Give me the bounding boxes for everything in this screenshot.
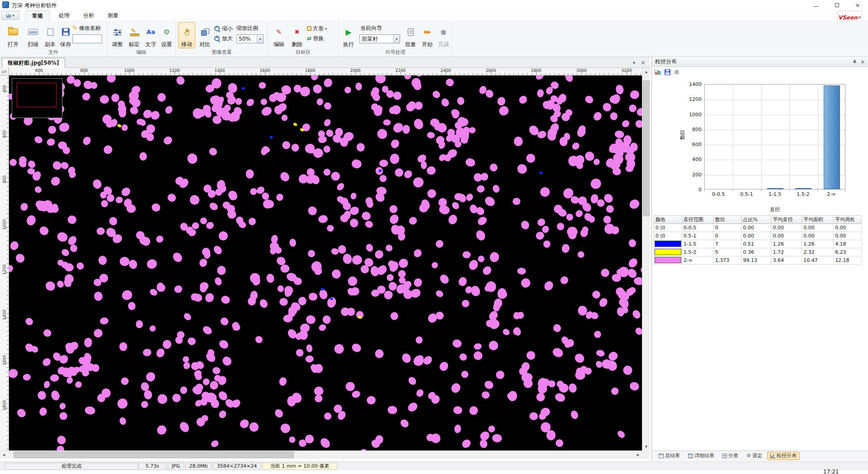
tab-detailed-results[interactable]: 详细结果 xyxy=(685,452,717,460)
zoom-ratio-select[interactable]: 50% ▾ xyxy=(236,34,264,43)
panel-close-button[interactable]: × xyxy=(859,58,866,66)
scroll-left-arrow[interactable]: ◀ xyxy=(0,451,8,459)
table-cell: 4.18 xyxy=(834,240,862,248)
ribbon-tab-analysis[interactable]: 分析 xyxy=(77,10,100,21)
table-cell: 2-∞ xyxy=(682,256,714,265)
finish-button[interactable]: ■ 完成 xyxy=(436,22,451,48)
ribbon-tab-process[interactable]: 处理 xyxy=(52,10,76,21)
ruler-tick xyxy=(577,73,577,75)
start-button[interactable]: ▶▶ 开始 xyxy=(420,22,435,48)
doc-close-button[interactable]: × xyxy=(639,59,647,66)
ruler-tick xyxy=(613,73,613,75)
ruler-tick xyxy=(482,73,482,75)
settings-button[interactable]: ⚙ 设置 xyxy=(159,22,175,48)
tab-summary-results[interactable]: 总结果 xyxy=(656,452,683,460)
ruler-tick xyxy=(532,73,532,75)
ruler-tick xyxy=(7,358,9,359)
vertical-scroll-thumb[interactable] xyxy=(643,81,650,216)
scanner-icon xyxy=(28,29,38,35)
table-row[interactable]: 1-1.570.511.261.264.18 xyxy=(654,240,862,248)
group-label-view: 图像查看 xyxy=(176,49,268,56)
ruler-tick xyxy=(7,96,9,96)
horizontal-scrollbar[interactable]: ◀ ▶ xyxy=(0,450,642,459)
current-wizard-select[interactable]: 甜菜籽 ▾ xyxy=(359,34,400,43)
compare-button[interactable]: 对比 xyxy=(196,22,213,48)
move-tool-button[interactable]: 移动 xyxy=(178,22,195,48)
run-button[interactable]: ▶ 执行 xyxy=(341,22,356,48)
batch-button[interactable]: 批量 xyxy=(403,22,418,48)
target-delete-button[interactable]: ✖ 删除 xyxy=(288,22,306,48)
ruler-tick xyxy=(229,73,229,75)
panel-header: 粒径分布 × xyxy=(652,57,868,67)
horizontal-scroll-thumb[interactable] xyxy=(14,451,294,458)
ruler-tick xyxy=(7,204,9,205)
ruler-tick xyxy=(636,73,636,75)
image-canvas[interactable] xyxy=(9,76,642,450)
scroll-down-arrow[interactable]: ▼ xyxy=(642,443,650,450)
ruler-tick xyxy=(7,412,9,413)
ruler-tick xyxy=(7,345,9,345)
ruler-tick xyxy=(138,73,139,75)
close-button[interactable]: × xyxy=(847,0,868,10)
ruler-tick xyxy=(337,73,338,75)
chart-settings-button[interactable]: ⚙ xyxy=(674,69,679,76)
ruler-tick xyxy=(432,73,433,75)
text-button[interactable]: Aa 文字 xyxy=(143,22,159,48)
ruler-tick xyxy=(559,73,559,75)
table-row[interactable]: 2-∞1,37399.133.6410.4712.18 xyxy=(654,256,862,265)
tab-size-distribution[interactable]: 粒径分布 xyxy=(767,452,800,460)
chart-type-button[interactable] xyxy=(655,69,661,75)
vertical-scrollbar[interactable]: ▲ ▼ xyxy=(642,68,650,450)
adjust-button[interactable]: 调整 xyxy=(109,22,125,48)
table-header-cell: 平均直径 xyxy=(771,216,802,224)
open-button[interactable]: 打开 xyxy=(5,22,22,48)
scan-button[interactable]: 扫描 xyxy=(24,22,42,48)
text-icon: Aa xyxy=(146,28,155,35)
ribbon-tab-general[interactable]: 常规 xyxy=(25,10,50,21)
ruler-tick xyxy=(306,73,306,75)
table-row[interactable]: 1.5-250.361.722.326.23 xyxy=(654,248,862,256)
doc-list-button[interactable]: ▾ xyxy=(630,59,638,66)
status-time: 5.73s xyxy=(138,463,166,470)
ruler-tick xyxy=(7,385,9,386)
document-tab[interactable]: 辣椒籽图.jpg[50%] xyxy=(2,58,65,68)
zoom-out-button[interactable]: − 缩小 xyxy=(214,24,233,33)
save-button[interactable]: 保存 xyxy=(57,22,74,48)
replace-button[interactable]: ⇄ 替换 xyxy=(307,34,324,43)
duplicate-button[interactable]: 副本 xyxy=(42,22,59,48)
ruler-tick xyxy=(211,73,211,75)
ribbon-group-view: 移动 对比 − 缩小 + 放大 缩放比例 50% ▾ 图像查看 xyxy=(176,21,268,57)
ruler-tick xyxy=(98,73,98,75)
ruler-tick xyxy=(256,73,256,75)
ruler-label: 2800 xyxy=(531,68,542,73)
maximize-button[interactable] xyxy=(826,0,847,10)
calibrate-button[interactable]: ✎ 标定 xyxy=(126,22,142,48)
table-row[interactable]: 0 |00-0.500.000.000.000.00 xyxy=(654,224,862,232)
ruler-tick xyxy=(7,435,9,436)
ruler-label: 1800 xyxy=(2,399,7,411)
app-menu-button[interactable]: ▾ xyxy=(1,11,19,20)
overview-navigator[interactable] xyxy=(12,78,62,118)
scroll-right-arrow[interactable]: ▶ xyxy=(634,451,642,459)
scroll-up-arrow[interactable]: ▲ xyxy=(642,68,650,76)
app-window: 万深 考种分析软件 × ▾ 常规 处理 分析 测量 VSeen® 打开 扫描 xyxy=(0,0,868,474)
chevron-down-icon: ▾ xyxy=(257,35,263,43)
pin-button[interactable] xyxy=(851,58,858,66)
export-chart-button[interactable] xyxy=(665,69,670,75)
status-filesize: 28.0Mb xyxy=(185,463,212,470)
ruler-tick xyxy=(364,73,365,75)
ruler-tick xyxy=(7,440,9,440)
minimize-button[interactable] xyxy=(806,0,826,10)
target-edit-button[interactable]: ✎ 编辑 xyxy=(270,22,288,48)
chart-ytick-label: 200 xyxy=(680,172,702,178)
tab-settings[interactable]: ⚙ 设定 xyxy=(743,452,765,460)
zoom-in-button[interactable]: + 放大 xyxy=(214,34,233,43)
ruler-tick xyxy=(450,73,451,75)
square-shape-button[interactable]: 方形 ▾ xyxy=(307,24,327,33)
navigator-viewport-rect[interactable] xyxy=(17,83,57,107)
table-row[interactable]: 0 |00.5-100.000.000.000.00 xyxy=(654,232,862,240)
ruler-tick xyxy=(16,73,17,75)
ribbon-tab-measure[interactable]: 测量 xyxy=(101,10,125,21)
tab-classification[interactable]: 分类 xyxy=(719,452,741,460)
rename-input[interactable] xyxy=(72,34,102,43)
